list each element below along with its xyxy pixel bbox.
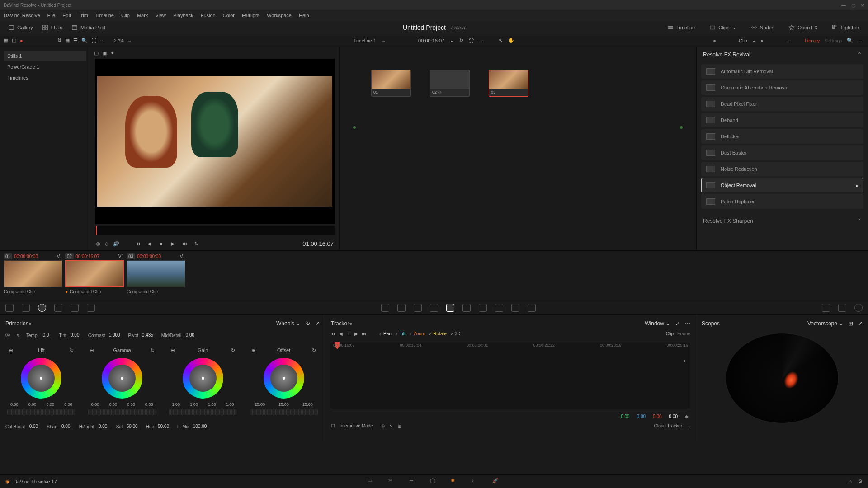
qualifier-icon[interactable]: ▢ — [94, 50, 99, 56]
chevron-down-icon[interactable]: ⌄ — [382, 38, 386, 43]
y-lift-slider[interactable] — [88, 409, 156, 415]
adj-colboost[interactable]: Col Boost0.00 — [5, 424, 40, 429]
fx-item-automatic-dirt-removal[interactable]: Automatic Dirt Removal — [701, 64, 863, 79]
track-reverse-button[interactable]: ◀ — [339, 331, 343, 336]
fx-item-object-removal[interactable]: Object Removal▸ — [701, 178, 863, 192]
fx-item-dust-buster[interactable]: Dust Buster — [701, 145, 863, 160]
frame-mode-button[interactable]: Frame — [677, 331, 690, 336]
options-icon[interactable]: ⋯ — [100, 38, 105, 43]
list-view-icon[interactable]: ☰ — [73, 38, 78, 43]
key-icon[interactable] — [495, 304, 503, 312]
fx-group-header[interactable]: Resolve FX Revival ⌃ — [697, 47, 868, 62]
options-icon[interactable]: ⋯ — [685, 320, 690, 327]
fx-item-deflicker[interactable]: Deflicker — [701, 129, 863, 144]
fx-item-deband[interactable]: Deband — [701, 113, 863, 127]
color-wheel[interactable] — [102, 358, 142, 399]
image-wipe-icon[interactable]: ▦ — [4, 38, 8, 43]
adj-hue[interactable]: Hue50.00 — [146, 424, 171, 429]
pan-checkbox[interactable]: ✓ Pan — [379, 331, 392, 336]
menu-fairlight[interactable]: Fairlight — [242, 13, 259, 18]
search-icon[interactable]: 🔍 — [81, 38, 88, 43]
menu-playback[interactable]: Playback — [173, 13, 193, 18]
maximize-icon[interactable]: ▢ — [851, 3, 855, 8]
rgb-mixer-icon[interactable] — [71, 304, 79, 312]
reset-icon[interactable]: ↻ — [306, 320, 310, 327]
node-dot-icon[interactable]: ● — [760, 38, 764, 43]
blur-icon[interactable] — [479, 304, 487, 312]
fx-options-icon[interactable]: ⋯ — [859, 38, 864, 43]
menu-file[interactable]: File — [47, 13, 56, 18]
adj-temp[interactable]: Temp0.0 — [26, 333, 52, 338]
track-forward-button[interactable]: ▶ — [354, 331, 358, 336]
edit-page-icon[interactable]: ☰ — [409, 478, 417, 486]
color-wheel[interactable] — [264, 358, 304, 399]
fusion-page-icon[interactable]: ◯ — [430, 478, 438, 486]
chevron-down-icon[interactable]: ⌄ — [752, 38, 756, 43]
y-lift-slider[interactable] — [7, 409, 75, 415]
curves-icon[interactable] — [381, 304, 389, 312]
scopes-toggle-icon[interactable] — [838, 304, 846, 312]
project-settings-icon[interactable]: ⚙ — [858, 479, 863, 484]
hdr-icon[interactable] — [54, 304, 62, 312]
tracker-keyframe-icon[interactable]: ◆ — [685, 414, 689, 419]
auto-balance-icon[interactable]: Ⓐ — [5, 332, 10, 338]
sidebar-item-timelines[interactable]: Timelines — [4, 72, 86, 83]
cut-page-icon[interactable]: ✂ — [388, 478, 396, 486]
menu-workspace[interactable]: Workspace — [267, 13, 292, 18]
bypass-icon[interactable]: ◇ — [105, 241, 108, 247]
collapse-icon[interactable]: ⌃ — [857, 52, 862, 58]
expand-icon[interactable]: ⤢ — [315, 320, 320, 327]
wheel-reset-icon[interactable]: ↻ — [231, 347, 235, 353]
zoom-fit-icon[interactable]: ⛶ — [91, 38, 96, 43]
gallery-button[interactable]: Gallery — [4, 21, 38, 34]
wheel-reset-icon[interactable]: ↻ — [70, 347, 74, 353]
rotate-checkbox[interactable]: ✓ Rotate — [429, 331, 446, 336]
sort-icon[interactable]: ⇅ — [57, 38, 61, 43]
zoom-value[interactable]: 27% — [114, 38, 124, 43]
adj-contrast[interactable]: Contrast1.000 — [88, 333, 122, 338]
zoom-checkbox[interactable]: ✓ Zoom — [409, 331, 425, 336]
clip-thumbnail[interactable] — [4, 260, 62, 287]
last-frame-button[interactable]: ⏭ — [181, 240, 188, 247]
y-lift-slider[interactable] — [169, 409, 237, 415]
close-icon[interactable]: ✕ — [861, 3, 864, 8]
window-dropdown[interactable]: Window — [645, 320, 664, 327]
adj-pivot[interactable]: Pivot0.435 — [128, 333, 155, 338]
magic-mask-icon[interactable] — [462, 304, 471, 312]
wheel-reset-icon[interactable]: ↻ — [151, 347, 155, 353]
color-match-icon[interactable] — [22, 304, 30, 312]
menu-color[interactable]: Color — [223, 13, 235, 18]
loop-icon[interactable]: ↻ — [459, 38, 463, 43]
chevron-down-icon[interactable]: ⌄ — [687, 423, 690, 428]
timeline-name[interactable]: Timeline 1 — [354, 38, 376, 43]
node-02[interactable]: 02 ◎ — [430, 70, 470, 97]
add-point-icon[interactable]: ⊕ — [381, 423, 385, 428]
adj-middetail[interactable]: Mid/Detail0.00 — [161, 333, 197, 338]
track-reverse-one-button[interactable]: ⏮ — [331, 331, 335, 336]
fx-group-header-2[interactable]: Resolve FX Sharpen ⌃ — [697, 213, 868, 229]
home-icon[interactable]: ⌂ — [849, 479, 852, 484]
color-wheel[interactable] — [21, 358, 61, 399]
fx-icon[interactable]: ✦ — [110, 50, 114, 56]
clip-03[interactable]: 0300:00:00:00V1Compound Clip — [127, 253, 185, 296]
power-windows-icon[interactable] — [430, 304, 438, 312]
expand-icon[interactable]: ⤢ — [675, 320, 680, 327]
menu-help[interactable]: Help — [299, 13, 309, 18]
wheel-picker-icon[interactable]: ⊕ — [251, 347, 255, 353]
adj-tint[interactable]: Tint0.00 — [59, 333, 81, 338]
onion-icon[interactable]: ◎ — [96, 241, 100, 247]
prev-frame-button[interactable]: ◀ — [146, 240, 153, 247]
deliver-page-icon[interactable]: 🚀 — [492, 478, 500, 486]
sizing-icon[interactable] — [511, 304, 519, 312]
wheel-picker-icon[interactable]: ⊕ — [171, 347, 175, 353]
chevron-down-icon[interactable]: ⌄ — [296, 320, 300, 327]
expand-icon[interactable]: ⤢ — [858, 320, 863, 327]
tracker-icon[interactable] — [446, 304, 454, 312]
unmix-icon[interactable]: ⛶ — [469, 38, 474, 43]
highlight-icon[interactable]: ● — [20, 38, 23, 43]
settings-tab[interactable]: Settings — [824, 38, 842, 43]
color-wheel[interactable] — [183, 358, 223, 399]
menu-edit[interactable]: Edit — [62, 13, 71, 18]
tracker-graph[interactable]: 00:00:16:0700:00:18:0400:00:20:0100:00:2… — [331, 342, 690, 409]
menu-timeline[interactable]: Timeline — [95, 13, 114, 18]
